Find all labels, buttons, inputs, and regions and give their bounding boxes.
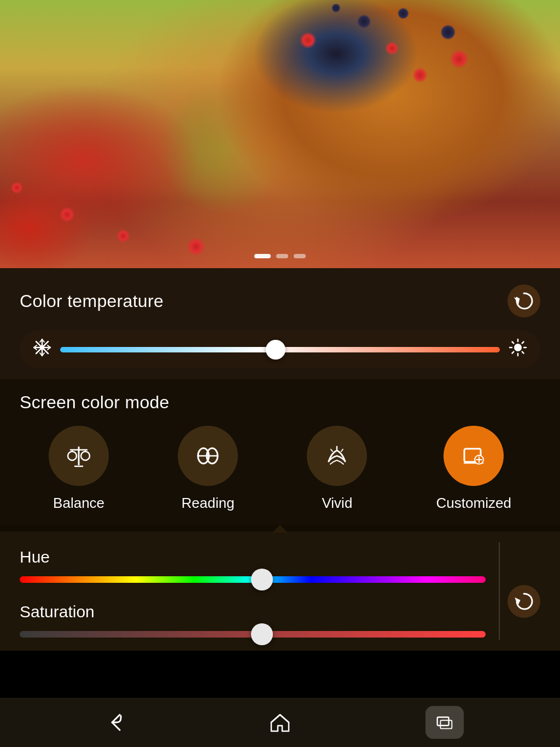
reading-icon [194,442,221,470]
customized-mode-button[interactable]: Customized [436,426,511,512]
hero-image [0,0,560,268]
cold-icon [33,338,51,361]
navigation-bar [0,698,560,747]
carousel-dots [254,254,306,258]
balance-icon [65,442,92,470]
warm-icon [509,338,527,361]
vivid-label: Vivid [322,495,352,512]
balance-mode-button[interactable]: Balance [49,426,109,512]
settings-panel: Color temperature [0,268,560,747]
temp-slider-container [20,331,540,368]
svg-point-5 [40,345,44,350]
svg-line-20 [522,352,524,354]
temp-slider-track[interactable] [60,347,500,352]
mode-buttons-container: Balance Reading [20,426,540,512]
saturation-slider-thumb[interactable] [251,623,273,645]
balance-icon-circle [49,426,109,486]
svg-rect-46 [441,720,452,728]
carousel-dot-3[interactable] [294,254,306,258]
svg-rect-45 [438,717,449,726]
saturation-label: Saturation [20,603,486,621]
vivid-mode-button[interactable]: Vivid [307,426,367,512]
home-icon [269,711,291,733]
color-temperature-section: Color temperature [0,268,560,379]
svg-point-25 [68,451,77,460]
saturation-container: Saturation [20,603,486,638]
color-temp-header: Color temperature [20,285,540,317]
reset-icon-2 [514,592,534,611]
svg-line-21 [522,342,524,344]
home-button[interactable] [261,706,299,739]
svg-point-14 [514,344,522,351]
customized-icon [460,442,487,470]
customized-label: Customized [436,495,511,512]
color-mode-header: Screen color mode [20,392,540,413]
reset-icon [512,289,536,313]
color-mode-title: Screen color mode [20,392,170,413]
reading-icon-circle [178,426,238,486]
vivid-icon-circle [307,426,367,486]
reading-mode-button[interactable]: Reading [178,426,238,512]
hue-label: Hue [20,548,486,566]
svg-line-22 [512,352,514,354]
svg-line-38 [341,449,343,451]
svg-marker-44 [515,596,522,606]
hue-saturation-section: Hue Saturation [0,531,560,651]
customized-icon-circle [444,426,504,486]
carousel-dot-1[interactable] [254,254,271,258]
vertical-divider [499,542,500,640]
hue-sat-inner: Hue Saturation [20,548,540,638]
hue-sat-reset-button[interactable] [508,585,540,618]
temp-slider-thumb[interactable] [266,340,285,360]
hue-slider-track[interactable] [20,576,486,583]
screen-color-mode-section: Screen color mode Balance [0,379,560,525]
hue-slider-thumb[interactable] [251,569,273,590]
color-temp-reset-button[interactable] [508,285,540,317]
balance-label: Balance [53,495,104,512]
saturation-slider-track[interactable] [20,631,486,638]
svg-point-26 [81,451,90,460]
svg-line-37 [331,449,332,451]
color-temp-title: Color temperature [20,291,164,311]
vivid-icon [323,442,351,470]
section-arrow [272,525,288,532]
hue-container: Hue [20,548,486,583]
recent-icon [434,711,455,733]
back-button[interactable] [96,706,135,739]
svg-line-19 [512,342,514,344]
recent-button[interactable] [425,706,464,739]
back-icon [104,711,126,733]
reading-label: Reading [182,495,235,512]
carousel-dot-2[interactable] [276,254,288,258]
